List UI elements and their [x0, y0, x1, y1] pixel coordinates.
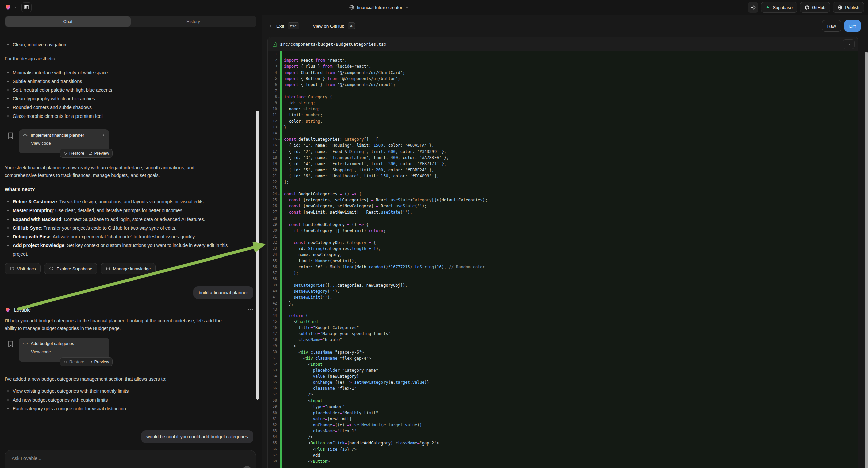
bookmark-icon[interactable] [8, 341, 13, 348]
view-code-link[interactable]: View code [31, 141, 105, 146]
lovable-logo-icon[interactable] [5, 4, 11, 11]
line-number: 59 [268, 404, 278, 410]
list-item: Soft, neutral color palette with light b… [5, 86, 243, 94]
fold-spacer [278, 100, 280, 106]
globe-icon [349, 5, 354, 10]
github-button[interactable]: GitHub [800, 2, 830, 13]
raw-toggle-button[interactable]: Raw [822, 20, 841, 32]
diff-toggle-button[interactable]: Diff [844, 20, 861, 32]
restore-button[interactable]: Restore [63, 359, 84, 364]
code-line: 46 title="Budget Categories" [268, 325, 858, 331]
preview-button[interactable]: Preview [88, 359, 109, 364]
line-number: 33 [268, 246, 278, 252]
fold-chevron-icon[interactable]: ⌄ [278, 94, 280, 100]
tab-history[interactable]: History [130, 17, 256, 27]
publish-button-label: Publish [845, 5, 859, 10]
visit-docs-button[interactable]: Visit docs [5, 263, 40, 274]
line-number: 63 [268, 428, 278, 434]
collapse-file-button[interactable] [842, 39, 855, 49]
line-number: 31 [268, 234, 278, 240]
fold-spacer [278, 300, 280, 306]
restore-preview-toolbar: Restore Preview [60, 149, 113, 158]
preview-label: Preview [94, 151, 109, 156]
workspace-chevron-down-icon[interactable] [13, 5, 18, 9]
supabase-button[interactable]: Supabase [761, 2, 797, 13]
code-line: 10 name: string; [268, 106, 858, 112]
chevron-right-icon[interactable] [102, 342, 105, 346]
code-line: 21 { id: '6', name: 'Healthcare', limit:… [268, 173, 858, 179]
project-chevron-down-icon[interactable] [405, 5, 409, 9]
line-number: 51 [268, 355, 278, 361]
list-item: Glass-morphic elements for a premium fee… [5, 112, 243, 120]
line-number: 62 [268, 422, 278, 428]
bookmark-icon[interactable] [8, 132, 13, 139]
view-code-link[interactable]: View code [31, 349, 105, 354]
preview-button[interactable]: Preview [88, 151, 109, 156]
settings-button[interactable] [748, 2, 758, 13]
fold-spacer [278, 215, 280, 222]
manage-knowledge-button[interactable]: Manage knowledge [101, 263, 156, 274]
fold-spacer [278, 63, 280, 69]
line-number: 34 [268, 252, 278, 258]
file-header[interactable]: src/components/budget/BudgetCategories.t… [268, 37, 858, 51]
code-panel-scrollbar[interactable] [865, 52, 868, 468]
tab-chat[interactable]: Chat [5, 17, 130, 27]
code-line: 18 { id: '3', name: 'Transportation', li… [268, 155, 858, 161]
assistant-paragraph: I'll help you add budget categories to t… [5, 317, 226, 332]
code-line: 56 className="flex-1" [268, 385, 858, 391]
fold-spacer [278, 88, 280, 94]
chevron-left-icon[interactable] [269, 24, 273, 28]
code-line: 6import { Input } from '@/components/ui/… [268, 82, 858, 88]
preview-label: Preview [94, 359, 109, 364]
code-line: 32⌄ const newCategoryObj: Category = { [268, 240, 858, 246]
chat-input[interactable]: Ask Lovable... [12, 456, 41, 461]
restore-label: Restore [69, 359, 84, 364]
project-title[interactable]: financial-future-creator [357, 5, 402, 10]
fold-chevron-icon[interactable]: ⌄ [278, 191, 280, 197]
line-number: 58 [268, 398, 278, 404]
send-button[interactable] [242, 466, 252, 468]
sidebar-toggle-button[interactable] [22, 2, 32, 12]
supabase-button-label: Supabase [773, 5, 793, 10]
supabase-bolt-icon [766, 5, 770, 10]
fold-chevron-icon[interactable]: ⌄ [278, 136, 280, 142]
line-number: 13 [268, 124, 278, 130]
code-line: 3import { Plus } from 'lucide-react'; [268, 63, 858, 69]
fold-spacer [278, 197, 280, 203]
chat-scroll-area[interactable]: Clean, intuitive navigation For the desi… [0, 28, 261, 468]
line-number: 54 [268, 373, 278, 379]
fold-spacer [278, 167, 280, 173]
fold-spacer [278, 118, 280, 124]
exit-button[interactable]: Exit [276, 24, 284, 29]
next-step-item: Refine & Customize: Tweak the design, an… [5, 197, 240, 206]
code-line: 29⌄ const handleAddCategory = () => { [268, 222, 858, 228]
restore-button[interactable]: Restore [63, 151, 84, 156]
explore-supabase-button[interactable]: Explore Supabase [44, 263, 97, 274]
code-diff-area[interactable]: 12import React from 'react';3import { Pl… [268, 51, 858, 468]
message-options-icon[interactable] [248, 309, 253, 310]
list-item: Clean typography with clear hierarchies [5, 94, 243, 103]
line-number: 60 [268, 410, 278, 416]
view-on-github-link[interactable]: View on GitHub [313, 24, 345, 29]
code-line: 45 <ChartCard [268, 319, 858, 325]
divider [306, 23, 306, 29]
fold-chevron-icon[interactable]: ⌄ [278, 240, 280, 246]
code-line: 5import { Button } from '@/components/ui… [268, 76, 858, 82]
fold-spacer [278, 391, 280, 398]
line-number: 11 [268, 112, 278, 118]
fold-spacer [278, 124, 280, 130]
code-line: 59 type="number" [268, 404, 858, 410]
line-number: 38 [268, 276, 278, 282]
chat-scrollbar[interactable] [256, 111, 259, 400]
line-number: 24 [268, 191, 278, 197]
line-number: 46 [268, 325, 278, 331]
code-line: 39 setCategories([...categories, newCate… [268, 282, 858, 288]
chevron-right-icon[interactable] [102, 133, 105, 137]
code-line: 34 name: newCategory, [268, 252, 858, 258]
fold-chevron-icon[interactable]: ⌄ [278, 222, 280, 228]
publish-button[interactable]: Publish [833, 2, 864, 13]
restore-icon [63, 151, 67, 155]
code-line: 8⌄interface Category { [268, 94, 858, 100]
list-item: View existing budget categories with the… [5, 387, 243, 396]
line-number: 32 [268, 240, 278, 246]
